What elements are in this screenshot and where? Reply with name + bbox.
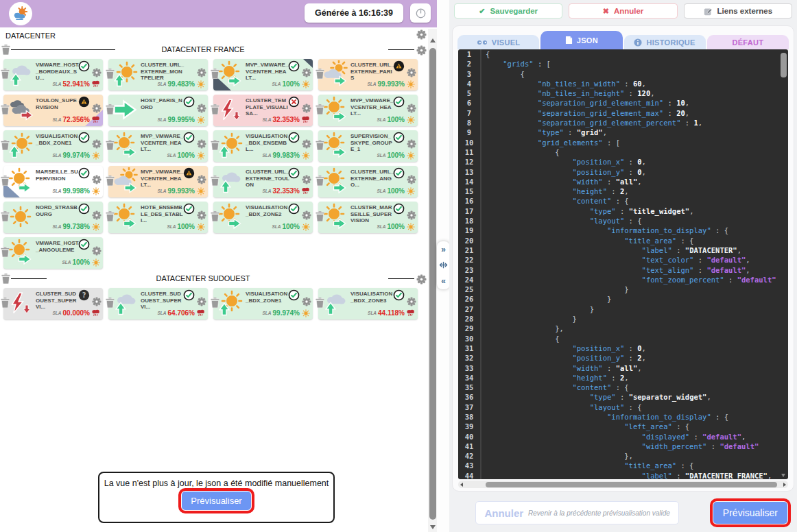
editor-line[interactable]: 14 "width" : "all", — [458, 177, 788, 186]
tile-delete-icon[interactable] — [211, 69, 219, 79]
editor-line[interactable]: 4 "nb_tiles_in_width" : 60, — [458, 79, 788, 88]
editor-line[interactable]: 24 "font_zoom_percent" : "default" — [458, 275, 788, 285]
tile-settings-icon[interactable] — [407, 139, 416, 149]
weather-tile[interactable]: CLUSTER_URL_EXTERNE_PARISSLA99.993% — [318, 59, 418, 90]
editor-line[interactable]: 20 "title_area" : { — [458, 236, 788, 245]
tile-delete-icon[interactable] — [211, 211, 219, 221]
editor-vertical-scrollbar[interactable] — [780, 51, 787, 478]
editor-line[interactable]: 39 "left_area" : { — [458, 422, 788, 431]
editor-line[interactable]: 28 } — [458, 314, 788, 324]
tile-settings-icon[interactable] — [92, 297, 102, 306]
collapse-left-icon[interactable]: « — [441, 277, 446, 285]
tile-delete-icon[interactable] — [316, 211, 324, 221]
tile-delete-icon[interactable] — [211, 104, 219, 114]
tile-settings-icon[interactable] — [302, 210, 311, 220]
editor-line[interactable]: 31 "position_x" : 0, — [458, 343, 788, 353]
weather-tile[interactable]: VISUALISATION_BDX_ZONE1SLA99.974% — [213, 288, 313, 319]
editor-line[interactable]: 18 "layout" : { — [458, 216, 788, 226]
tile-settings-icon[interactable] — [92, 175, 102, 184]
tile-settings-icon[interactable] — [92, 246, 102, 256]
tile-delete-icon[interactable] — [1, 104, 10, 114]
tab-defaut[interactable]: DÉFAUT — [707, 35, 789, 49]
weather-tile[interactable]: CLUSTER_URL_EXTERNE_TOULONSLA32.353% — [213, 166, 313, 197]
editor-line[interactable]: 19 "information_to_display" : { — [458, 226, 788, 235]
preview-button-left[interactable]: Prévisualiser — [182, 492, 250, 510]
weather-tile[interactable]: CLUSTER_MARSEILLE_SUPERVISIONSLA100% — [318, 202, 418, 233]
weather-tile[interactable]: VISUALISATION_BDX_ZONE1SLA99.974% — [3, 130, 103, 162]
scrollbar-thumb[interactable] — [486, 482, 777, 487]
weather-tile[interactable]: MARSEILLE_SUPERVISIONSLA99.998% — [3, 166, 103, 197]
refresh-clock-button[interactable] — [410, 3, 431, 23]
editor-line[interactable]: 17 "type" : "title_widget", — [458, 206, 788, 216]
editor-line[interactable]: 37 "layout" : { — [458, 402, 788, 412]
weather-tile[interactable]: MVP_VMWARE_VCENTER_HEALT...SLA99.993% — [108, 166, 208, 197]
scroll-down-icon[interactable] — [430, 525, 436, 529]
editor-line[interactable]: 22 "text_color" : "default", — [458, 255, 788, 265]
scroll-up-icon[interactable] — [430, 38, 436, 43]
weather-tile[interactable]: VISUALISATION_BDX_ZONE3SLA44.118% — [318, 288, 418, 319]
editor-line[interactable]: 16 "content" : { — [458, 196, 788, 206]
weather-tile[interactable]: CLUSTER_URL_EXTERNE_ANGO...SLA100% — [318, 166, 418, 197]
editor-line[interactable]: 9 "type" : "grid", — [458, 128, 788, 137]
tile-delete-icon[interactable] — [106, 176, 115, 186]
weather-tile[interactable]: HOTE_ENSEMBLE_DES_ETABLI...SLA100% — [108, 202, 208, 233]
editor-line[interactable]: 38 "information_to_display" : { — [458, 412, 788, 422]
weather-tile[interactable]: SUPERVISION_SKYPE_GROUPE_1SLA100% — [318, 130, 418, 162]
editor-line[interactable]: 21 "label" : "DATACENTER", — [458, 245, 788, 255]
editor-horizontal-scrollbar[interactable] — [458, 481, 788, 488]
tile-delete-icon[interactable] — [106, 69, 115, 79]
tab-visuel[interactable]: VISUEL — [457, 35, 539, 49]
editor-line[interactable]: 13 "position_y" : 0, — [458, 167, 788, 177]
tile-delete-icon[interactable] — [1, 298, 10, 308]
weather-tile[interactable]: CLUSTER_SUDOUEST_SUPERVI...SLA64.706% — [108, 288, 208, 319]
editor-line[interactable]: 6 "separation_grid_element_min" : 10, — [458, 98, 788, 108]
tile-settings-icon[interactable] — [92, 104, 102, 113]
scroll-left-icon[interactable] — [460, 483, 463, 487]
separator-gear-icon[interactable] — [416, 45, 427, 56]
editor-line[interactable]: 7 "separation_grid_element_max" : 20, — [458, 108, 788, 118]
editor-line[interactable]: 5 "nb_tiles_in_height" : 120, — [458, 88, 788, 98]
tile-delete-icon[interactable] — [106, 211, 115, 221]
editor-line[interactable]: 42 }, — [458, 451, 788, 461]
scrollbar-thumb[interactable] — [429, 48, 436, 520]
editor-line[interactable]: 10 "grid_elements" : [ — [458, 138, 788, 147]
editor-line[interactable]: 36 "type" : "separator_widget", — [458, 392, 788, 402]
preview-button-right[interactable]: Prévisualiser — [713, 502, 787, 524]
tile-settings-icon[interactable] — [407, 104, 416, 113]
tile-delete-icon[interactable] — [211, 298, 219, 308]
tile-delete-icon[interactable] — [1, 247, 10, 257]
editor-line[interactable]: 15 "height" : 2, — [458, 186, 788, 196]
tile-delete-icon[interactable] — [1, 176, 10, 186]
generated-at-button[interactable]: Générée à 16:16:39 — [305, 3, 403, 23]
external-links-button[interactable]: Liens externes — [684, 3, 792, 19]
separator-gear-icon[interactable] — [416, 274, 427, 285]
tile-settings-icon[interactable] — [197, 175, 206, 184]
weather-tile[interactable]: VMWARE_HOST_ANGOULEMESLA100% — [3, 237, 103, 269]
editor-line[interactable]: 27 } — [458, 304, 788, 314]
editor-line[interactable]: 23 "text_align" : "default", — [458, 265, 788, 275]
editor-line[interactable]: 34 "height" : 2, — [458, 373, 788, 383]
editor-line[interactable]: 29 }, — [458, 324, 788, 333]
tile-delete-icon[interactable] — [106, 104, 115, 114]
tile-settings-icon[interactable] — [407, 297, 416, 306]
tile-settings-icon[interactable] — [92, 68, 102, 77]
tile-settings-icon[interactable] — [197, 297, 206, 306]
tile-delete-icon[interactable] — [316, 176, 324, 186]
tile-delete-icon[interactable] — [1, 140, 10, 150]
editor-line[interactable]: 3 { — [458, 69, 788, 79]
editor-line[interactable]: 26 } — [458, 294, 788, 304]
tile-delete-icon[interactable] — [211, 140, 219, 150]
weather-tile[interactable]: CLUSTER_TEMPLATE_VISUALISA...SLA32.353% — [213, 95, 313, 126]
editor-line[interactable]: 25 } — [458, 285, 788, 294]
editor-line[interactable]: 43 "title_area" : { — [458, 461, 788, 470]
tile-settings-icon[interactable] — [302, 139, 311, 149]
editor-line[interactable]: 8 "separation_grid_element_percent" : 1, — [458, 118, 788, 128]
weather-tile[interactable]: MVP_VMWARE_VCENTER_HEALT...SLA100% — [213, 59, 313, 90]
tile-settings-icon[interactable] — [92, 139, 102, 149]
tile-delete-icon[interactable] — [316, 298, 324, 308]
tile-delete-icon[interactable] — [316, 140, 324, 150]
tile-settings-icon[interactable] — [407, 175, 416, 184]
editor-line[interactable]: 33 "width" : "all", — [458, 363, 788, 373]
weather-tile[interactable]: MVP_VMWARE_VCENTER_HEALT...SLA100% — [318, 95, 418, 126]
weather-tile[interactable]: NORD_STRASBOURGSLA99.738% — [3, 202, 103, 233]
